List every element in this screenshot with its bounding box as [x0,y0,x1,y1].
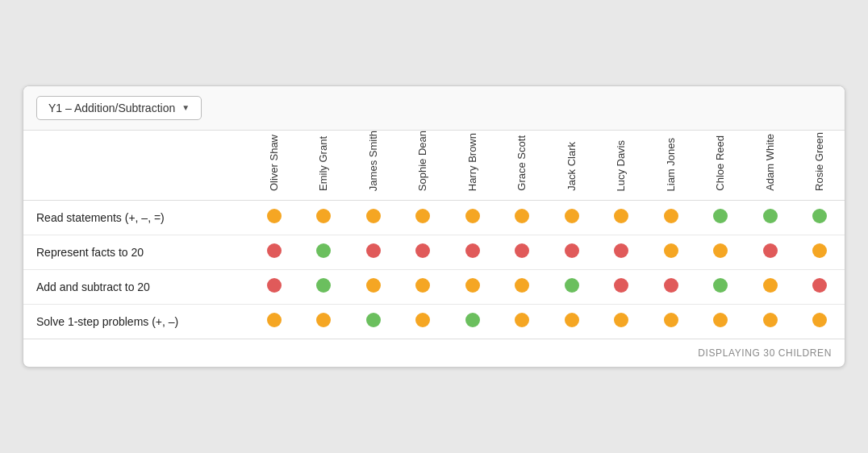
dot-3-1 [316,313,331,327]
header-student-0: Oliver Shaw [249,131,299,201]
cell-3-3 [399,305,449,339]
header-student-7: Lucy Davis [597,131,647,201]
student-name-9: Chloe Reed [714,135,727,191]
cell-2-1 [299,270,349,305]
dot-3-10 [763,313,778,327]
cell-1-6 [547,235,597,270]
dot-2-5 [515,278,529,293]
main-container: Y1 – Addition/Subtraction ▼ Oliver ShawE… [23,85,845,368]
dot-2-10 [763,278,778,293]
cell-3-1 [299,305,349,339]
dot-1-9 [713,243,728,258]
cell-2-2 [348,270,399,305]
cell-1-4 [448,235,498,270]
student-name-6: Jack Clark [565,142,578,191]
dot-1-11 [812,243,827,258]
cell-0-6 [547,201,597,235]
table-row-1: Represent facts to 20 [23,235,845,270]
dot-1-6 [565,243,579,258]
table-row-3: Solve 1-step problems (+, –) [23,305,845,339]
dot-0-11 [812,209,827,223]
group-dropdown[interactable]: Y1 – Addition/Subtraction ▼ [36,96,202,120]
header-student-3: Sophie Dean [399,131,449,201]
dot-2-11 [812,278,827,293]
cell-0-11 [795,201,845,235]
dot-0-4 [465,209,480,223]
header-student-1: Emily Grant [299,131,349,201]
cell-3-11 [795,305,845,339]
dot-0-0 [267,209,282,223]
cell-3-10 [745,305,795,339]
dot-0-5 [515,209,529,223]
dot-3-7 [614,313,628,327]
dot-1-7 [614,243,628,258]
dot-3-0 [267,313,282,327]
dot-3-6 [565,313,579,327]
header-row: Oliver ShawEmily GrantJames SmithSophie … [23,131,845,201]
cell-3-5 [498,305,548,339]
header: Y1 – Addition/Subtraction ▼ [23,86,845,131]
dot-1-10 [763,243,778,258]
dot-2-3 [415,278,430,293]
student-name-5: Grace Scott [515,135,528,191]
cell-3-7 [597,305,647,339]
cell-0-1 [299,201,349,235]
cell-1-9 [696,235,746,270]
cell-1-8 [646,235,696,270]
dot-3-11 [812,313,827,327]
student-name-3: Sophie Dean [416,131,429,191]
cell-2-11 [795,270,845,305]
student-name-1: Emily Grant [317,136,330,191]
row-label-3: Solve 1-step problems (+, –) [23,305,249,339]
cell-1-11 [795,235,845,270]
dot-3-5 [515,313,529,327]
header-label-col [23,131,249,201]
cell-2-10 [745,270,795,305]
dot-2-8 [664,278,678,293]
cell-1-7 [597,235,647,270]
dot-3-2 [366,313,381,327]
cell-3-2 [348,305,399,339]
cell-2-5 [498,270,548,305]
table-row-0: Read statements (+, –, =) [23,201,845,235]
cell-2-7 [597,270,647,305]
header-student-5: Grace Scott [498,131,548,201]
cell-1-10 [745,235,795,270]
assessment-table: Oliver ShawEmily GrantJames SmithSophie … [23,131,845,367]
dot-0-9 [713,209,728,223]
dot-2-0 [267,278,282,293]
dot-0-6 [565,209,579,223]
dot-3-4 [465,313,480,327]
dot-1-2 [366,243,381,258]
dropdown-arrow: ▼ [182,103,190,112]
student-name-4: Harry Brown [466,133,479,191]
student-name-10: Adam White [764,134,777,191]
cell-0-2 [348,201,399,235]
cell-2-3 [399,270,449,305]
header-student-11: Rosie Green [795,131,845,201]
cell-2-9 [696,270,746,305]
table-row-2: Add and subtract to 20 [23,270,845,305]
cell-0-8 [646,201,696,235]
dot-2-4 [465,278,480,293]
header-student-10: Adam White [745,131,795,201]
cell-0-3 [399,201,449,235]
cell-1-2 [348,235,399,270]
dot-0-8 [664,209,678,223]
student-name-8: Liam Jones [665,138,678,191]
dot-0-10 [763,209,778,223]
row-label-1: Represent facts to 20 [23,235,249,270]
header-student-2: James Smith [348,131,399,201]
dot-1-5 [515,243,529,258]
header-student-6: Jack Clark [547,131,597,201]
cell-0-0 [249,201,299,235]
header-student-9: Chloe Reed [696,131,746,201]
student-name-11: Rosie Green [813,132,826,191]
dot-1-0 [267,243,282,258]
cell-2-8 [646,270,696,305]
cell-0-4 [448,201,498,235]
cell-1-1 [299,235,349,270]
footer-row: DISPLAYING 30 CHILDREN [23,339,845,368]
cell-2-0 [249,270,299,305]
cell-3-9 [696,305,746,339]
